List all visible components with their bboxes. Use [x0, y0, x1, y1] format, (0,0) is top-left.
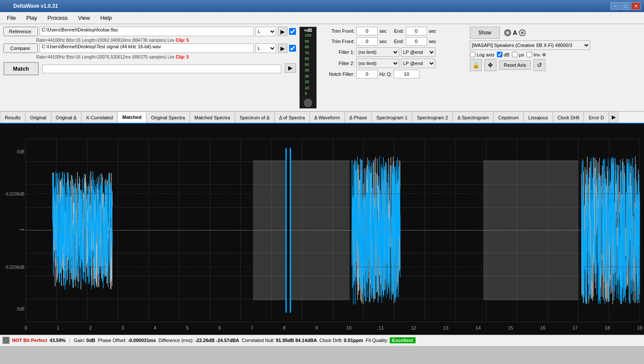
show-button[interactable]: Show	[470, 27, 500, 39]
right-actions: 🔒 ✥ Reset Axis ↺	[470, 59, 641, 71]
tab-clock-drift[interactable]: Clock Drift	[553, 112, 584, 124]
statusbar: NOT Bit Perfect 43.59% | Gain: 0dB Phase…	[0, 335, 644, 346]
left-controls: Reference: C:\Users\Bennet\Desktop\fooba…	[3, 27, 296, 109]
tab-matched-spectra[interactable]: Matched Spectra	[190, 112, 235, 124]
diff-rms-value2: -24.57dBA	[216, 338, 239, 343]
db-meter: +dB 10090807060 50403020100	[299, 27, 317, 109]
notch-q-input[interactable]	[394, 70, 419, 78]
match-button[interactable]: Match	[3, 62, 39, 75]
refresh-icon[interactable]: ↺	[533, 59, 545, 71]
log-axis-option[interactable]: Log axis	[470, 52, 494, 57]
us-option[interactable]: μs	[512, 52, 524, 57]
tab-xcorrelated[interactable]: X-Correlated	[81, 112, 117, 124]
trim-front2-label: Trim Front:	[320, 39, 354, 44]
notch-row: Notch Filter: Hz Q:	[320, 70, 466, 78]
close-button[interactable]: ✕	[631, 2, 641, 10]
chart-area: Aligned Waveforms 0dB -6.0206dB *** -6.0…	[0, 124, 644, 335]
filter1-end-select[interactable]: LP @end	[401, 47, 435, 57]
db-option[interactable]: dB	[497, 52, 509, 57]
compare-play-button[interactable]: ▶	[278, 44, 287, 53]
tabs: Results Original Original Δ X-Correlated…	[0, 112, 644, 124]
brightness-icon	[503, 28, 512, 37]
menu-file[interactable]: File	[2, 13, 21, 23]
menu-help[interactable]: Help	[95, 13, 117, 23]
trim-front-unit: sec	[379, 28, 392, 34]
compare-channel[interactable]: LR	[256, 44, 276, 53]
reference-checkbox[interactable]	[289, 28, 296, 35]
reference-play-button[interactable]: ▶	[278, 27, 287, 36]
reference-path[interactable]: C:\Users\Bennet\Desktop\foobar.flac	[40, 27, 254, 36]
trim-end-input[interactable]	[406, 27, 427, 35]
tab-delta-spectrogram[interactable]: Δ Spectrogram	[453, 112, 493, 124]
filter2-select[interactable]: (no limit)	[356, 59, 399, 68]
notch-hz-unit: Hz	[379, 72, 385, 77]
menu-play[interactable]: Play	[21, 13, 42, 23]
filter2-label: Filter 2:	[320, 61, 354, 66]
maximize-button[interactable]: □	[621, 2, 630, 10]
center-controls: Trim Front: sec End: sec Trim Front: sec…	[320, 27, 466, 109]
match-play-button[interactable]: ▶	[285, 63, 296, 73]
gear-icon[interactable]	[518, 28, 527, 37]
status-icon	[3, 337, 9, 344]
menu-process[interactable]: Process	[42, 13, 73, 23]
compare-info: Rate=44100Hz Bits=16 Length=20076.530612…	[36, 55, 296, 59]
pan-icon[interactable]: ✥	[484, 59, 496, 71]
reference-row: Reference: C:\Users\Bennet\Desktop\fooba…	[3, 27, 296, 36]
tab-delta-spectra[interactable]: Δ of Spectra	[274, 112, 310, 124]
lock-icon[interactable]: 🔒	[470, 59, 482, 71]
trim-front-input[interactable]	[356, 27, 378, 35]
menu-view[interactable]: View	[73, 13, 95, 23]
db-meter-title: +dB	[304, 28, 312, 33]
filter1-select[interactable]: (no limit)	[356, 47, 399, 57]
svg-point-1	[506, 31, 509, 34]
tab-error-d[interactable]: Error D	[584, 112, 608, 124]
notch-hz-input[interactable]	[356, 70, 378, 78]
reset-axis-button[interactable]: Reset Axis	[499, 60, 531, 70]
trim-end2-label: End:	[394, 39, 404, 44]
tab-original-delta[interactable]: Original Δ	[51, 112, 81, 124]
compare-path[interactable]: C:\Users\Bennet\Desktop\Test signal (44 …	[40, 44, 254, 53]
bit-perfect-status: NOT Bit Perfect	[12, 338, 47, 343]
menubar: File Play Process View Help	[0, 12, 644, 24]
compare-checkbox[interactable]	[289, 45, 296, 52]
tab-spectrum-delta[interactable]: Spectrum of Δ	[235, 112, 274, 124]
trim-front2-input[interactable]	[356, 37, 378, 46]
tab-results[interactable]: Results	[0, 112, 25, 124]
a-label: A	[513, 29, 517, 36]
inv-phi-option[interactable]: Inv. Φ	[527, 52, 546, 57]
app-icon: 🎵	[3, 3, 11, 9]
tab-delta-waveform[interactable]: Δ Waveform	[310, 112, 345, 124]
tab-spectrogram1[interactable]: Spectrogram 1	[372, 112, 412, 124]
fit-quality-item: Fit Quality: Excellent	[366, 337, 416, 343]
minimize-button[interactable]: −	[610, 2, 620, 10]
corr-null-value1: 91.95dB	[276, 338, 294, 343]
tab-delta-phase[interactable]: Δ Phase	[345, 112, 372, 124]
tab-matched[interactable]: Matched	[117, 112, 146, 124]
compare-button[interactable]: Compare:	[3, 44, 38, 53]
db-checkbox[interactable]	[497, 52, 502, 57]
tab-scroll-right[interactable]: ▶	[609, 112, 619, 123]
trim-end-label: End:	[394, 28, 404, 34]
gain-value: 0dB	[86, 338, 96, 343]
trim-end2-input[interactable]	[406, 37, 427, 46]
device-select[interactable]: [WASAPI] Speakers (Creative SB X-Fi) 480…	[470, 40, 590, 50]
tab-lissajous[interactable]: Lissajous	[524, 112, 553, 124]
tab-original[interactable]: Original	[25, 112, 51, 124]
fit-quality-badge: Excellent	[390, 337, 416, 343]
reference-button[interactable]: Reference:	[3, 27, 38, 36]
waveform-canvas[interactable]	[0, 124, 644, 335]
inv-phi-checkbox[interactable]	[527, 52, 532, 57]
log-axis-checkbox[interactable]	[470, 52, 475, 57]
tab-cepstrum[interactable]: Cepstrum	[493, 112, 524, 124]
tab-spectrogram2[interactable]: Spectrogram 2	[412, 112, 453, 124]
us-checkbox[interactable]	[512, 52, 518, 57]
db-knob[interactable]	[304, 99, 312, 107]
filter2-end-select[interactable]: LP @end	[401, 59, 435, 68]
trim-front2-row: Trim Front: sec End: sec	[320, 37, 466, 46]
db-scale: 10090807060 50403020100	[305, 33, 311, 97]
compare-row: Compare: C:\Users\Bennet\Desktop\Test si…	[3, 44, 296, 53]
gain-item: Gain: 0dB	[74, 338, 95, 343]
brightness-controls: A	[503, 28, 527, 37]
reference-channel[interactable]: LR	[256, 27, 276, 36]
tab-original-spectra[interactable]: Original Spectra	[146, 112, 190, 124]
